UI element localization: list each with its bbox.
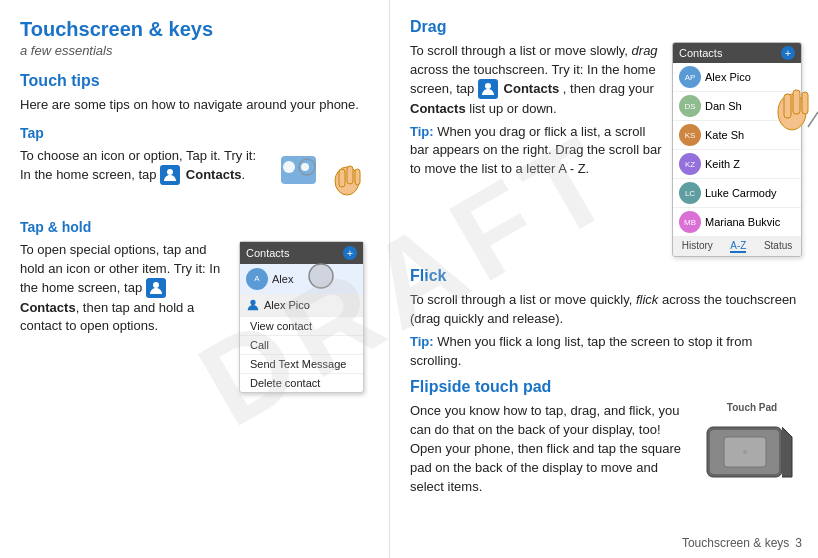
contacts-list-footer: History A-Z Status [673,237,801,256]
drag-body1: To scroll through a list or move slowly, [410,43,628,58]
drag-body3: list up or down. [469,101,556,116]
svg-point-2 [283,161,295,173]
menu-call[interactable]: Call [240,335,363,354]
contacts-plus-icon: + [343,246,357,260]
footer-page: 3 [795,536,802,550]
svg-point-10 [309,264,333,288]
svg-point-20 [743,450,747,454]
drag-contacts2: Contacts [410,101,466,116]
contact-row-6: MB Mariana Bukvic [673,208,801,237]
tap-body: To choose an icon or option, Tap it. Try… [20,147,269,186]
flick-italic: flick [636,292,658,307]
flick-body-text: To scroll through a list or move quickly… [410,292,632,307]
name-dan: Dan Sh [705,100,742,112]
svg-rect-6 [347,166,353,184]
flick-tip-label: Tip: [410,334,434,349]
drag-tip: Tip: When you drag or flick a list, a sc… [410,123,662,180]
svg-point-11 [250,300,255,305]
sub-tap-hold: Tap & hold [20,219,369,235]
flick-tip: Tip: When you flick a long list, tap the… [410,333,802,371]
drag-tip-label: Tip: [410,124,434,139]
contact-row-5: LC Luke Carmody [673,179,801,208]
tab-history: History [682,240,713,253]
menu-view-contact[interactable]: View contact [240,316,363,335]
page-layout: DRAFT Touchscreen & keys a few essential… [0,0,818,558]
drag-tip-text: When you drag or flick a list, a scroll … [410,124,661,177]
tap-section: To choose an icon or option, Tap it. Try… [20,147,369,209]
contacts-alex-pico: Alex Pico [240,294,363,316]
contacts-list-title: Contacts [679,47,722,59]
taphold-body-text: To open special options, tap and hold an… [20,242,220,295]
footer-text: Touchscreen & keys [682,536,789,550]
svg-rect-14 [784,94,791,118]
contacts-dropdown: Contacts + A Alex Alex P [239,241,364,393]
tap-text: To choose an icon or option, Tap it. Try… [20,147,269,186]
menu-delete-contact[interactable]: Delete contact [240,373,363,392]
contact-name-alex: Alex [272,273,293,285]
flipside-body: Once you know how to tap, drag, and flic… [410,402,692,496]
taphold-image: Contacts + A Alex Alex P [239,241,369,393]
tap-hand-svg [279,151,369,206]
contacts-dropdown-highlight: A Alex [240,264,363,294]
drag-contacts1: Contacts [504,81,560,96]
svg-rect-16 [802,92,808,114]
tap-body-suffix: . [241,167,245,182]
svg-point-3 [301,163,309,171]
contacts-dropdown-title: Contacts [246,247,289,259]
flipside-text: Once you know how to tap, drag, and flic… [410,402,702,496]
avatar-mariana: MB [679,211,701,233]
svg-rect-15 [793,90,800,114]
name-mariana: Mariana Bukvic [705,216,780,228]
taphold-contacts-icon [146,278,166,298]
drag-text: To scroll through a list or move slowly,… [410,42,672,179]
page-footer: Touchscreen & keys 3 [682,536,802,550]
tap-contacts-label: Contacts [186,167,242,182]
flipside-section: Once you know how to tap, drag, and flic… [410,402,802,496]
sub-tap: Tap [20,125,369,141]
tab-az: A-Z [730,240,746,253]
drag-body2: , then drag your [563,81,654,96]
left-column: Touchscreen & keys a few essentials Touc… [0,0,390,558]
contacts-list-plus: + [781,46,795,60]
svg-point-12 [485,83,491,89]
svg-point-0 [167,169,173,175]
menu-send-text[interactable]: Send Text Message [240,354,363,373]
drag-italic: drag [632,43,658,58]
contacts-dropdown-header: Contacts + [240,242,363,264]
contacts-widget: Contacts + AP Alex Pico DS Dan Sh KS [672,42,802,257]
tap-contacts-icon [160,165,180,185]
avatar-alex: AP [679,66,701,88]
section-drag: Drag [410,18,802,36]
svg-point-9 [153,282,159,288]
name-keith: Keith Z [705,158,740,170]
taphold-body: To open special options, tap and hold an… [20,241,229,336]
flipside-image: Touch Pad [702,402,802,490]
swipe-hand-svg [770,72,818,137]
section-touch-tips: Touch tips [20,72,369,90]
drag-contacts-icon [478,79,498,99]
touchpad-label: Touch Pad [702,402,802,413]
taphold-contacts-label: Contacts [20,300,76,315]
section-flipside: Flipside touch pad [410,378,802,396]
svg-rect-7 [355,169,360,185]
taphold-section: To open special options, tap and hold an… [20,241,369,393]
touchpad-device-svg [702,417,797,487]
name-kate: Kate Sh [705,129,744,141]
drag-section: To scroll through a list or move slowly,… [410,42,802,257]
contact-avatar-alex: A [246,268,268,290]
page-subtitle: a few essentials [20,43,369,58]
avatar-keith: KZ [679,153,701,175]
flick-section: Flick To scroll through a list or move q… [410,267,802,370]
contact-row-4: KZ Keith Z [673,150,801,179]
right-column: Drag To scroll through a list or move sl… [390,0,818,558]
tap-image [279,151,369,209]
avatar-dan: DS [679,95,701,117]
name-alex: Alex Pico [705,71,751,83]
name-luke: Luke Carmody [705,187,777,199]
drag-body: To scroll through a list or move slowly,… [410,42,662,119]
avatar-kate: KS [679,124,701,146]
hold-circle-svg [306,261,336,291]
contacts-widget-inner: Contacts + AP Alex Pico DS Dan Sh KS [672,42,802,257]
touch-tips-intro: Here are some tips on how to navigate ar… [20,96,369,115]
avatar-luke: LC [679,182,701,204]
